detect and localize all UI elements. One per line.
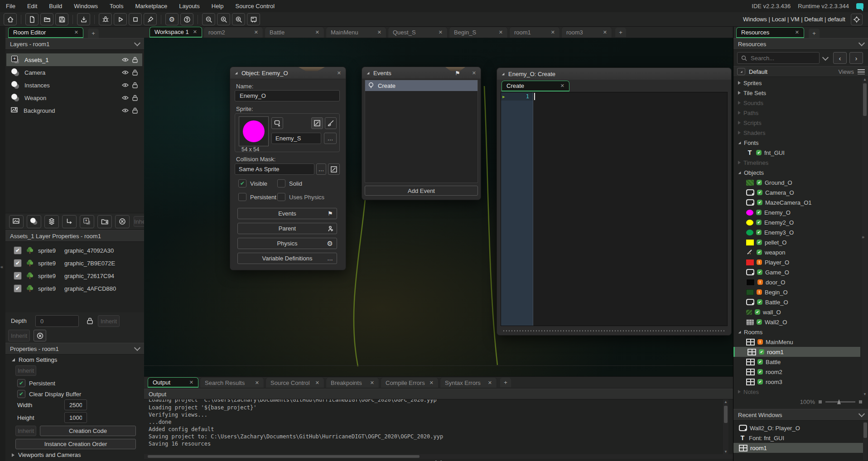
events-window[interactable]: Events Create Add Event bbox=[362, 67, 481, 200]
tree-mainmenu[interactable]: MainMenu bbox=[733, 337, 861, 347]
tab-breakpoints[interactable]: Breakpoints bbox=[326, 377, 379, 388]
tree-scripts[interactable]: Scripts bbox=[733, 118, 861, 128]
add-tab-button[interactable] bbox=[809, 29, 820, 38]
add-event-button[interactable]: Add Event bbox=[365, 186, 478, 196]
lock-icon[interactable] bbox=[132, 57, 138, 63]
reset-layer-button[interactable] bbox=[34, 330, 46, 341]
object-editor-window[interactable]: Object: Enemy_O Name: Sprite: 54 x 54 bbox=[230, 67, 346, 270]
asset-row[interactable]: sprite9 graphic_47092A30 bbox=[14, 245, 114, 256]
asset-row[interactable]: sprite9 graphic_7B9E072E bbox=[14, 257, 115, 269]
close-icon[interactable] bbox=[370, 380, 374, 386]
lock-icon[interactable] bbox=[132, 82, 138, 88]
add-path-layer-button[interactable] bbox=[62, 215, 77, 228]
width-value[interactable] bbox=[68, 401, 83, 409]
asset-visible-checkbox[interactable] bbox=[14, 284, 22, 293]
menu-help[interactable]: Help bbox=[206, 3, 230, 10]
depth-value[interactable] bbox=[39, 317, 75, 325]
sprite-preview[interactable] bbox=[239, 116, 269, 146]
tree-camera-o[interactable]: Camera_O bbox=[733, 187, 861, 197]
tab-begin-s[interactable]: Begin_S bbox=[449, 27, 508, 38]
zoom-slider-thumb[interactable] bbox=[837, 399, 841, 404]
clear-display-buffer-checkbox[interactable] bbox=[17, 390, 25, 398]
tree-sounds[interactable]: Sounds bbox=[733, 98, 861, 108]
target-manager-button[interactable] bbox=[851, 14, 863, 25]
lock-icon[interactable] bbox=[132, 95, 138, 101]
close-icon[interactable] bbox=[499, 29, 503, 35]
tree-room2[interactable]: room2 bbox=[733, 367, 861, 377]
recent-room1-selected[interactable]: room1 bbox=[733, 443, 863, 453]
variable-definitions-button[interactable]: Variable Definitions bbox=[237, 253, 337, 264]
collision-more-button[interactable] bbox=[316, 163, 326, 175]
asset-row[interactable]: sprite9 graphic_72617C94 bbox=[14, 270, 114, 282]
tree-enemy3-o[interactable]: Enemy3_O bbox=[733, 227, 861, 237]
tree-rooms[interactable]: Rooms bbox=[733, 327, 861, 337]
close-icon[interactable] bbox=[337, 70, 341, 76]
tab-battle[interactable]: Battle bbox=[265, 27, 324, 38]
tab-mainmenu[interactable]: MainMenu bbox=[326, 27, 386, 38]
event-item-create[interactable]: Create bbox=[365, 80, 477, 91]
search-next-button[interactable]: › bbox=[849, 52, 863, 64]
tab-source-control[interactable]: Source Control bbox=[265, 377, 324, 388]
tree-battle-o[interactable]: Battle_O bbox=[733, 297, 861, 307]
layers-header[interactable]: Layers - room1 bbox=[5, 38, 144, 50]
sprite-select[interactable]: Enemy_S bbox=[271, 133, 321, 144]
persistent-checkbox[interactable] bbox=[17, 379, 25, 387]
collapse-output-button[interactable] bbox=[434, 459, 443, 461]
output-vertical-scrollbar[interactable]: ▲ ▼ bbox=[723, 399, 728, 454]
sprite-more-button[interactable] bbox=[324, 133, 337, 144]
game-options-button[interactable] bbox=[165, 13, 178, 25]
run-button[interactable] bbox=[114, 13, 127, 25]
edit-mask-button[interactable] bbox=[328, 163, 340, 175]
close-icon[interactable] bbox=[255, 380, 259, 386]
close-icon[interactable] bbox=[551, 29, 555, 35]
zoom-reset-button[interactable] bbox=[217, 13, 230, 25]
delete-layer-button[interactable] bbox=[115, 215, 130, 228]
width-input[interactable] bbox=[64, 399, 87, 410]
resources-header[interactable]: Resources bbox=[733, 38, 868, 50]
code-horizontal-scrollbar[interactable] bbox=[503, 330, 725, 331]
menu-build[interactable]: Build bbox=[43, 3, 68, 10]
recent-windows-header[interactable]: Recent Windows bbox=[733, 409, 868, 421]
add-asset-layer-button[interactable] bbox=[80, 215, 94, 228]
menu-edit[interactable]: Edit bbox=[21, 3, 43, 10]
close-icon[interactable] bbox=[429, 380, 434, 386]
close-icon[interactable] bbox=[560, 83, 564, 89]
tree-sprites[interactable]: Sprites bbox=[733, 78, 861, 88]
physics-button[interactable]: Physics bbox=[237, 238, 337, 249]
feedback-chat-icon[interactable] bbox=[856, 3, 863, 9]
viewports-section[interactable]: Viewports and Cameras bbox=[12, 451, 81, 458]
edit-sprite-button[interactable] bbox=[311, 117, 323, 129]
zoom-out-button[interactable] bbox=[202, 13, 215, 25]
collision-mask-select[interactable]: Same As Sprite bbox=[235, 163, 314, 175]
tree-shaders[interactable]: Shaders bbox=[733, 128, 861, 138]
layer-item-weapon[interactable]: Weapon bbox=[6, 91, 142, 104]
size-inherit-button[interactable]: Inherit bbox=[15, 426, 36, 436]
tab-room1[interactable]: room1 bbox=[509, 27, 560, 38]
code-editor[interactable]: ▸ 1 bbox=[501, 92, 728, 326]
tab-search-results[interactable]: Search Results bbox=[200, 377, 264, 388]
search-options-button[interactable] bbox=[821, 52, 829, 64]
tree-battle-room[interactable]: Battle bbox=[733, 357, 861, 367]
menu-windows[interactable]: Windows bbox=[68, 3, 104, 10]
tree-objects[interactable]: Objects bbox=[733, 168, 861, 178]
close-icon[interactable] bbox=[472, 70, 476, 76]
parent-button[interactable]: Parent bbox=[237, 223, 337, 234]
canvas-splitter-line[interactable] bbox=[144, 365, 733, 366]
recent-font-fnt-gui[interactable]: Font: fnt_GUI bbox=[733, 433, 861, 443]
lock-icon[interactable] bbox=[132, 69, 138, 76]
close-icon[interactable] bbox=[603, 29, 607, 35]
depth-lock-icon[interactable] bbox=[87, 317, 93, 324]
eye-icon[interactable] bbox=[122, 70, 129, 75]
output-log[interactable]: Loading project 'C:\Users\Zachary\Docume… bbox=[144, 399, 722, 454]
add-tab-button[interactable] bbox=[88, 29, 99, 38]
project-root-row[interactable]: Default Views bbox=[733, 66, 868, 77]
create-executable-button[interactable] bbox=[77, 13, 90, 25]
tree-wall-o[interactable]: wall_O bbox=[733, 307, 861, 317]
close-icon[interactable] bbox=[488, 380, 492, 386]
tree-weapon[interactable]: weapon bbox=[733, 247, 861, 257]
eye-icon[interactable] bbox=[122, 96, 129, 100]
events-button[interactable]: Events bbox=[237, 208, 337, 219]
room-settings-section[interactable]: Room Settings bbox=[12, 356, 57, 363]
code-editor-window[interactable]: Enemy_O: Create Create ▸ 1 bbox=[497, 67, 732, 336]
tree-game-o[interactable]: Game_O bbox=[733, 267, 861, 277]
